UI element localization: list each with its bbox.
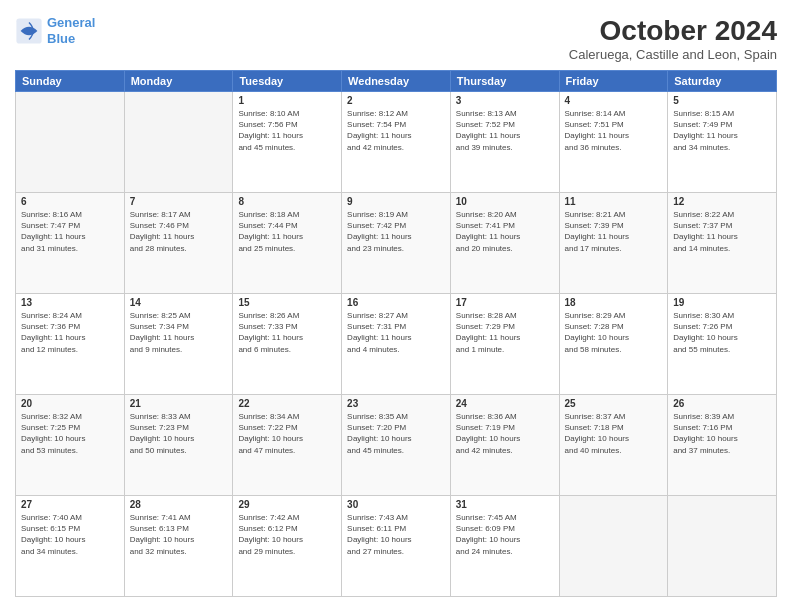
day-info: Sunrise: 7:40 AM Sunset: 6:15 PM Dayligh… [21, 512, 119, 557]
day-number: 2 [347, 95, 445, 106]
day-info: Sunrise: 7:45 AM Sunset: 6:09 PM Dayligh… [456, 512, 554, 557]
day-info: Sunrise: 7:42 AM Sunset: 6:12 PM Dayligh… [238, 512, 336, 557]
day-number: 16 [347, 297, 445, 308]
calendar-week-2: 6Sunrise: 8:16 AM Sunset: 7:47 PM Daylig… [16, 193, 777, 294]
day-number: 5 [673, 95, 771, 106]
day-number: 18 [565, 297, 663, 308]
day-number: 1 [238, 95, 336, 106]
calendar-cell: 13Sunrise: 8:24 AM Sunset: 7:36 PM Dayli… [16, 294, 125, 395]
day-header-monday: Monday [124, 71, 233, 92]
day-info: Sunrise: 8:15 AM Sunset: 7:49 PM Dayligh… [673, 108, 771, 153]
day-info: Sunrise: 8:12 AM Sunset: 7:54 PM Dayligh… [347, 108, 445, 153]
calendar-cell [559, 496, 668, 597]
day-info: Sunrise: 8:29 AM Sunset: 7:28 PM Dayligh… [565, 310, 663, 355]
logo-line1: General [47, 15, 95, 30]
calendar-cell [124, 92, 233, 193]
day-number: 9 [347, 196, 445, 207]
day-info: Sunrise: 8:22 AM Sunset: 7:37 PM Dayligh… [673, 209, 771, 254]
day-number: 29 [238, 499, 336, 510]
calendar-cell: 9Sunrise: 8:19 AM Sunset: 7:42 PM Daylig… [342, 193, 451, 294]
calendar-cell: 6Sunrise: 8:16 AM Sunset: 7:47 PM Daylig… [16, 193, 125, 294]
day-number: 26 [673, 398, 771, 409]
day-info: Sunrise: 8:36 AM Sunset: 7:19 PM Dayligh… [456, 411, 554, 456]
calendar-cell: 24Sunrise: 8:36 AM Sunset: 7:19 PM Dayli… [450, 395, 559, 496]
day-number: 14 [130, 297, 228, 308]
calendar-cell: 29Sunrise: 7:42 AM Sunset: 6:12 PM Dayli… [233, 496, 342, 597]
day-number: 12 [673, 196, 771, 207]
calendar-week-4: 20Sunrise: 8:32 AM Sunset: 7:25 PM Dayli… [16, 395, 777, 496]
calendar-week-1: 1Sunrise: 8:10 AM Sunset: 7:56 PM Daylig… [16, 92, 777, 193]
calendar-cell: 1Sunrise: 8:10 AM Sunset: 7:56 PM Daylig… [233, 92, 342, 193]
day-header-thursday: Thursday [450, 71, 559, 92]
calendar-cell [16, 92, 125, 193]
day-info: Sunrise: 8:18 AM Sunset: 7:44 PM Dayligh… [238, 209, 336, 254]
day-info: Sunrise: 8:10 AM Sunset: 7:56 PM Dayligh… [238, 108, 336, 153]
calendar-cell: 27Sunrise: 7:40 AM Sunset: 6:15 PM Dayli… [16, 496, 125, 597]
day-number: 6 [21, 196, 119, 207]
calendar-cell: 16Sunrise: 8:27 AM Sunset: 7:31 PM Dayli… [342, 294, 451, 395]
day-number: 15 [238, 297, 336, 308]
day-info: Sunrise: 8:16 AM Sunset: 7:47 PM Dayligh… [21, 209, 119, 254]
calendar-cell: 18Sunrise: 8:29 AM Sunset: 7:28 PM Dayli… [559, 294, 668, 395]
day-info: Sunrise: 8:35 AM Sunset: 7:20 PM Dayligh… [347, 411, 445, 456]
day-header-sunday: Sunday [16, 71, 125, 92]
calendar-cell: 14Sunrise: 8:25 AM Sunset: 7:34 PM Dayli… [124, 294, 233, 395]
day-number: 27 [21, 499, 119, 510]
day-number: 8 [238, 196, 336, 207]
calendar-cell: 23Sunrise: 8:35 AM Sunset: 7:20 PM Dayli… [342, 395, 451, 496]
calendar-table: SundayMondayTuesdayWednesdayThursdayFrid… [15, 70, 777, 597]
day-info: Sunrise: 8:34 AM Sunset: 7:22 PM Dayligh… [238, 411, 336, 456]
day-number: 3 [456, 95, 554, 106]
day-number: 28 [130, 499, 228, 510]
logo: General Blue [15, 15, 95, 46]
day-header-tuesday: Tuesday [233, 71, 342, 92]
day-info: Sunrise: 7:43 AM Sunset: 6:11 PM Dayligh… [347, 512, 445, 557]
main-title: October 2024 [569, 15, 777, 47]
day-number: 7 [130, 196, 228, 207]
subtitle: Caleruega, Castille and Leon, Spain [569, 47, 777, 62]
calendar-cell: 2Sunrise: 8:12 AM Sunset: 7:54 PM Daylig… [342, 92, 451, 193]
calendar-cell: 3Sunrise: 8:13 AM Sunset: 7:52 PM Daylig… [450, 92, 559, 193]
day-info: Sunrise: 8:32 AM Sunset: 7:25 PM Dayligh… [21, 411, 119, 456]
day-info: Sunrise: 8:33 AM Sunset: 7:23 PM Dayligh… [130, 411, 228, 456]
day-number: 21 [130, 398, 228, 409]
calendar-cell: 19Sunrise: 8:30 AM Sunset: 7:26 PM Dayli… [668, 294, 777, 395]
calendar-cell: 25Sunrise: 8:37 AM Sunset: 7:18 PM Dayli… [559, 395, 668, 496]
header: General Blue October 2024 Caleruega, Cas… [15, 15, 777, 62]
day-info: Sunrise: 8:17 AM Sunset: 7:46 PM Dayligh… [130, 209, 228, 254]
day-number: 19 [673, 297, 771, 308]
calendar-week-3: 13Sunrise: 8:24 AM Sunset: 7:36 PM Dayli… [16, 294, 777, 395]
calendar-cell: 31Sunrise: 7:45 AM Sunset: 6:09 PM Dayli… [450, 496, 559, 597]
day-info: Sunrise: 8:30 AM Sunset: 7:26 PM Dayligh… [673, 310, 771, 355]
day-info: Sunrise: 8:20 AM Sunset: 7:41 PM Dayligh… [456, 209, 554, 254]
day-number: 10 [456, 196, 554, 207]
day-info: Sunrise: 8:39 AM Sunset: 7:16 PM Dayligh… [673, 411, 771, 456]
calendar-cell: 10Sunrise: 8:20 AM Sunset: 7:41 PM Dayli… [450, 193, 559, 294]
day-info: Sunrise: 7:41 AM Sunset: 6:13 PM Dayligh… [130, 512, 228, 557]
day-info: Sunrise: 8:19 AM Sunset: 7:42 PM Dayligh… [347, 209, 445, 254]
day-number: 31 [456, 499, 554, 510]
day-header-saturday: Saturday [668, 71, 777, 92]
day-info: Sunrise: 8:14 AM Sunset: 7:51 PM Dayligh… [565, 108, 663, 153]
calendar-cell: 28Sunrise: 7:41 AM Sunset: 6:13 PM Dayli… [124, 496, 233, 597]
calendar-cell: 20Sunrise: 8:32 AM Sunset: 7:25 PM Dayli… [16, 395, 125, 496]
day-number: 25 [565, 398, 663, 409]
calendar-cell: 4Sunrise: 8:14 AM Sunset: 7:51 PM Daylig… [559, 92, 668, 193]
day-number: 30 [347, 499, 445, 510]
day-info: Sunrise: 8:13 AM Sunset: 7:52 PM Dayligh… [456, 108, 554, 153]
day-header-wednesday: Wednesday [342, 71, 451, 92]
calendar-cell: 21Sunrise: 8:33 AM Sunset: 7:23 PM Dayli… [124, 395, 233, 496]
day-info: Sunrise: 8:25 AM Sunset: 7:34 PM Dayligh… [130, 310, 228, 355]
day-number: 22 [238, 398, 336, 409]
logo-line2: Blue [47, 31, 75, 46]
day-number: 17 [456, 297, 554, 308]
day-info: Sunrise: 8:37 AM Sunset: 7:18 PM Dayligh… [565, 411, 663, 456]
title-block: October 2024 Caleruega, Castille and Leo… [569, 15, 777, 62]
calendar-cell: 15Sunrise: 8:26 AM Sunset: 7:33 PM Dayli… [233, 294, 342, 395]
calendar-cell [668, 496, 777, 597]
calendar-header-row: SundayMondayTuesdayWednesdayThursdayFrid… [16, 71, 777, 92]
calendar-week-5: 27Sunrise: 7:40 AM Sunset: 6:15 PM Dayli… [16, 496, 777, 597]
calendar-cell: 8Sunrise: 8:18 AM Sunset: 7:44 PM Daylig… [233, 193, 342, 294]
day-number: 23 [347, 398, 445, 409]
day-header-friday: Friday [559, 71, 668, 92]
